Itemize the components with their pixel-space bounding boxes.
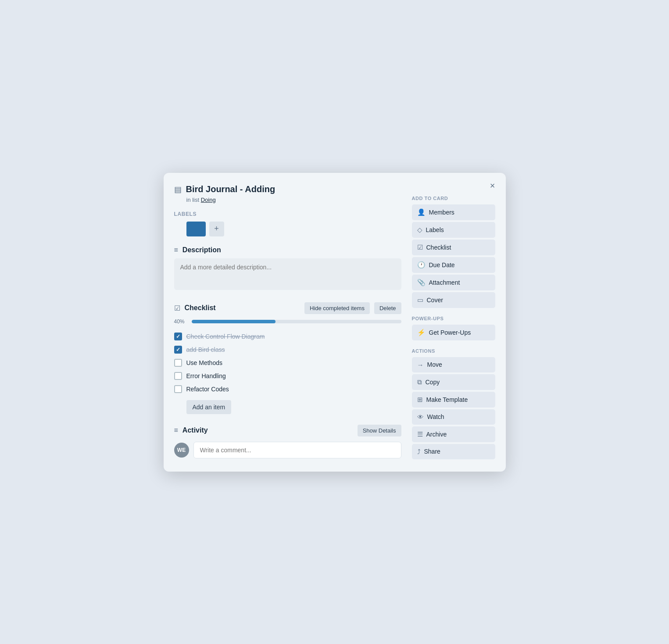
archive-label: Archive: [426, 431, 447, 438]
checklist-item: Check Control Flow Diagram: [174, 330, 401, 343]
labels-button[interactable]: ◇ Labels: [412, 222, 495, 238]
watch-label: Watch: [427, 413, 444, 420]
sidebar: ADD TO CARD 👤 Members ◇ Labels ☑ Checkli…: [412, 183, 495, 461]
archive-button[interactable]: ☰ Archive: [412, 426, 495, 442]
get-power-ups-button[interactable]: ⚡ Get Power-Ups: [412, 325, 495, 340]
copy-icon: ⧉: [417, 378, 422, 386]
due-date-label: Due Date: [429, 261, 455, 268]
copy-button[interactable]: ⧉ Copy: [412, 374, 495, 390]
move-icon: →: [417, 361, 424, 369]
description-title: Description: [182, 246, 221, 254]
add-label-button[interactable]: +: [209, 222, 224, 236]
progress-bar-background: [192, 320, 401, 323]
make-template-icon: ⊞: [417, 396, 423, 404]
make-template-label: Make Template: [426, 396, 468, 403]
checklist-items: Check Control Flow Diagram add Bird clas…: [174, 330, 401, 396]
card-type-icon: ▤: [174, 185, 182, 194]
watch-icon: 👁: [417, 413, 424, 421]
actions-title: ACTIONS: [412, 348, 495, 354]
card-title: Bird Journal - Adding: [186, 183, 275, 195]
close-button[interactable]: ×: [486, 179, 500, 193]
power-ups-label: Get Power-Ups: [429, 329, 471, 336]
checklist-item: Refactor Codes: [174, 383, 401, 396]
description-icon: ≡: [174, 246, 178, 254]
delete-checklist-button[interactable]: Delete: [374, 302, 401, 314]
checklist-label-5: Refactor Codes: [186, 386, 229, 393]
watch-button[interactable]: 👁 Watch: [412, 409, 495, 425]
show-details-button[interactable]: Show Details: [358, 425, 401, 436]
attachment-icon: 📎: [417, 279, 426, 286]
card-subtitle: in list Doing: [186, 197, 401, 203]
labels-title-row: LABELS: [174, 211, 401, 217]
activity-title: Activity: [182, 426, 353, 434]
progress-bar-fill: [192, 320, 275, 323]
attachment-label: Attachment: [429, 279, 460, 286]
progress-row: 40%: [174, 318, 401, 325]
progress-percentage: 40%: [174, 318, 187, 325]
checklist-checkbox-2[interactable]: [174, 346, 182, 354]
cover-icon: ▭: [417, 296, 423, 304]
comment-row: WE: [174, 442, 401, 458]
checklist-checkbox-1[interactable]: [174, 333, 182, 340]
label-chip-blue[interactable]: [186, 222, 206, 236]
card-header: ▤ Bird Journal - Adding: [174, 183, 401, 195]
activity-section: ≡ Activity Show Details WE: [174, 425, 401, 458]
checklist-label-2: add Bird class: [186, 346, 225, 353]
checklist-checkbox-4[interactable]: [174, 372, 182, 380]
description-textarea[interactable]: [174, 258, 401, 290]
checklist-header: ☑ Checklist Hide completed items Delete: [174, 302, 401, 314]
activity-header: ≡ Activity Show Details: [174, 425, 401, 436]
main-content: ▤ Bird Journal - Adding in list Doing LA…: [174, 183, 401, 461]
make-template-button[interactable]: ⊞ Make Template: [412, 392, 495, 408]
checklist-sidebar-label: Checklist: [426, 244, 451, 251]
power-ups-icon: ⚡: [417, 329, 426, 336]
archive-icon: ☰: [417, 430, 423, 438]
add-to-card-title: ADD TO CARD: [412, 196, 495, 201]
members-icon: 👤: [417, 208, 426, 216]
share-icon: ⤴: [417, 448, 421, 455]
members-label: Members: [429, 209, 454, 216]
checklist-label-1: Check Control Flow Diagram: [186, 333, 265, 340]
comment-input[interactable]: [193, 442, 401, 458]
share-label: Share: [424, 448, 440, 455]
power-ups-title: POWER-UPS: [412, 316, 495, 321]
cover-button[interactable]: ▭ Cover: [412, 292, 495, 308]
checklist-button[interactable]: ☑ Checklist: [412, 240, 495, 255]
move-label: Move: [427, 361, 442, 368]
list-link[interactable]: Doing: [201, 197, 216, 203]
share-button[interactable]: ⤴ Share: [412, 444, 495, 459]
move-button[interactable]: → Move: [412, 357, 495, 372]
attachment-button[interactable]: 📎 Attachment: [412, 275, 495, 290]
checklist-section: ☑ Checklist Hide completed items Delete …: [174, 302, 401, 414]
description-section: ≡ Description: [174, 246, 401, 292]
labels-icon: ◇: [417, 226, 422, 234]
labels-row: +: [186, 222, 401, 236]
checklist-checkbox-3[interactable]: [174, 359, 182, 367]
checklist-item: Use Methods: [174, 356, 401, 369]
checklist-label-3: Use Methods: [186, 359, 222, 366]
copy-label: Copy: [426, 379, 440, 386]
description-title-row: ≡ Description: [174, 246, 401, 254]
cover-label: Cover: [427, 297, 443, 304]
members-button[interactable]: 👤 Members: [412, 204, 495, 220]
due-date-icon: 🕐: [417, 261, 426, 269]
avatar: WE: [174, 443, 189, 458]
labels-section: LABELS +: [174, 211, 401, 236]
checklist-checkbox-5[interactable]: [174, 385, 182, 393]
checklist-icon: ☑: [174, 304, 180, 312]
hide-completed-button[interactable]: Hide completed items: [304, 302, 370, 314]
checklist-sidebar-icon: ☑: [417, 243, 423, 251]
labels-label: Labels: [426, 226, 444, 233]
add-item-button[interactable]: Add an item: [186, 400, 232, 414]
checklist-item: Error Handling: [174, 369, 401, 383]
due-date-button[interactable]: 🕐 Due Date: [412, 257, 495, 273]
activity-icon: ≡: [174, 426, 178, 434]
checklist-title: Checklist: [185, 304, 300, 312]
card-modal: × ▤ Bird Journal - Adding in list Doing …: [164, 173, 506, 472]
checklist-label-4: Error Handling: [186, 372, 226, 379]
labels-title: LABELS: [174, 211, 197, 217]
checklist-item: add Bird class: [174, 343, 401, 356]
